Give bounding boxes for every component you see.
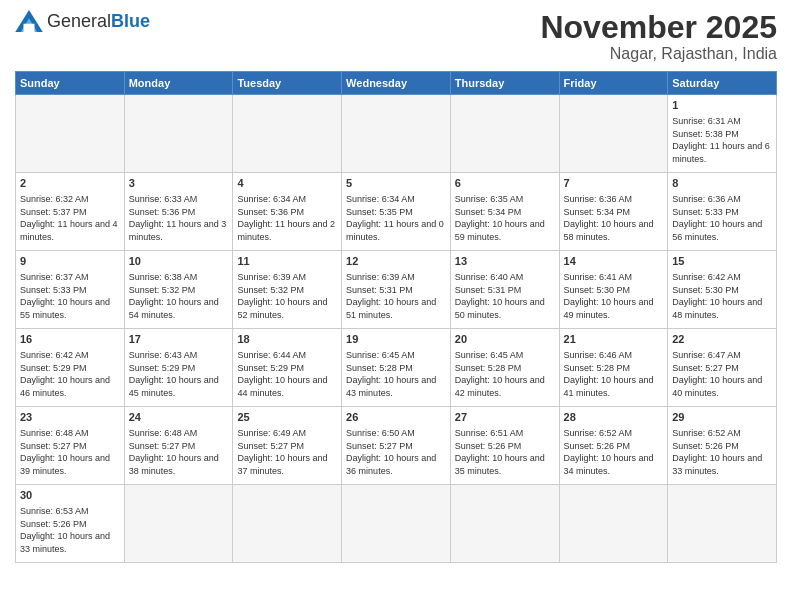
day-cell: 5Sunrise: 6:34 AM Sunset: 5:35 PM Daylig… (342, 173, 451, 251)
day-number: 24 (129, 410, 229, 425)
day-cell: 13Sunrise: 6:40 AM Sunset: 5:31 PM Dayli… (450, 251, 559, 329)
day-cell: 10Sunrise: 6:38 AM Sunset: 5:32 PM Dayli… (124, 251, 233, 329)
day-info: Sunrise: 6:34 AM Sunset: 5:35 PM Dayligh… (346, 193, 446, 243)
col-header-tuesday: Tuesday (233, 72, 342, 95)
day-number: 12 (346, 254, 446, 269)
day-cell: 3Sunrise: 6:33 AM Sunset: 5:36 PM Daylig… (124, 173, 233, 251)
col-header-friday: Friday (559, 72, 668, 95)
day-info: Sunrise: 6:34 AM Sunset: 5:36 PM Dayligh… (237, 193, 337, 243)
day-info: Sunrise: 6:45 AM Sunset: 5:28 PM Dayligh… (455, 349, 555, 399)
day-number: 23 (20, 410, 120, 425)
subtitle: Nagar, Rajasthan, India (540, 45, 777, 63)
day-cell (124, 95, 233, 173)
day-info: Sunrise: 6:42 AM Sunset: 5:30 PM Dayligh… (672, 271, 772, 321)
week-row-1: 2Sunrise: 6:32 AM Sunset: 5:37 PM Daylig… (16, 173, 777, 251)
logo-area: GeneralBlue (15, 10, 150, 32)
day-number: 28 (564, 410, 664, 425)
day-info: Sunrise: 6:39 AM Sunset: 5:31 PM Dayligh… (346, 271, 446, 321)
col-header-saturday: Saturday (668, 72, 777, 95)
day-info: Sunrise: 6:31 AM Sunset: 5:38 PM Dayligh… (672, 115, 772, 165)
day-cell: 11Sunrise: 6:39 AM Sunset: 5:32 PM Dayli… (233, 251, 342, 329)
day-cell: 6Sunrise: 6:35 AM Sunset: 5:34 PM Daylig… (450, 173, 559, 251)
logo-icon (15, 10, 43, 32)
day-info: Sunrise: 6:48 AM Sunset: 5:27 PM Dayligh… (20, 427, 120, 477)
day-cell (16, 95, 125, 173)
day-info: Sunrise: 6:41 AM Sunset: 5:30 PM Dayligh… (564, 271, 664, 321)
day-number: 10 (129, 254, 229, 269)
day-cell: 30Sunrise: 6:53 AM Sunset: 5:26 PM Dayli… (16, 485, 125, 563)
day-info: Sunrise: 6:47 AM Sunset: 5:27 PM Dayligh… (672, 349, 772, 399)
day-info: Sunrise: 6:35 AM Sunset: 5:34 PM Dayligh… (455, 193, 555, 243)
day-number: 5 (346, 176, 446, 191)
day-cell (450, 485, 559, 563)
day-cell: 18Sunrise: 6:44 AM Sunset: 5:29 PM Dayli… (233, 329, 342, 407)
day-cell (559, 485, 668, 563)
logo-text: GeneralBlue (47, 11, 150, 32)
day-cell: 14Sunrise: 6:41 AM Sunset: 5:30 PM Dayli… (559, 251, 668, 329)
day-info: Sunrise: 6:52 AM Sunset: 5:26 PM Dayligh… (672, 427, 772, 477)
day-number: 14 (564, 254, 664, 269)
day-cell: 29Sunrise: 6:52 AM Sunset: 5:26 PM Dayli… (668, 407, 777, 485)
svg-rect-2 (24, 24, 35, 32)
day-cell: 16Sunrise: 6:42 AM Sunset: 5:29 PM Dayli… (16, 329, 125, 407)
day-cell: 8Sunrise: 6:36 AM Sunset: 5:33 PM Daylig… (668, 173, 777, 251)
day-number: 22 (672, 332, 772, 347)
day-number: 17 (129, 332, 229, 347)
day-cell (233, 95, 342, 173)
day-number: 13 (455, 254, 555, 269)
day-cell: 27Sunrise: 6:51 AM Sunset: 5:26 PM Dayli… (450, 407, 559, 485)
day-info: Sunrise: 6:52 AM Sunset: 5:26 PM Dayligh… (564, 427, 664, 477)
col-header-monday: Monday (124, 72, 233, 95)
header: GeneralBlue November 2025 Nagar, Rajasth… (15, 10, 777, 63)
day-cell (124, 485, 233, 563)
col-header-thursday: Thursday (450, 72, 559, 95)
day-number: 29 (672, 410, 772, 425)
day-cell (450, 95, 559, 173)
day-cell: 20Sunrise: 6:45 AM Sunset: 5:28 PM Dayli… (450, 329, 559, 407)
day-cell: 26Sunrise: 6:50 AM Sunset: 5:27 PM Dayli… (342, 407, 451, 485)
main-title: November 2025 (540, 10, 777, 45)
logo: GeneralBlue (15, 10, 150, 32)
day-info: Sunrise: 6:42 AM Sunset: 5:29 PM Dayligh… (20, 349, 120, 399)
day-info: Sunrise: 6:48 AM Sunset: 5:27 PM Dayligh… (129, 427, 229, 477)
day-info: Sunrise: 6:33 AM Sunset: 5:36 PM Dayligh… (129, 193, 229, 243)
day-number: 3 (129, 176, 229, 191)
day-info: Sunrise: 6:40 AM Sunset: 5:31 PM Dayligh… (455, 271, 555, 321)
day-number: 30 (20, 488, 120, 503)
day-cell: 17Sunrise: 6:43 AM Sunset: 5:29 PM Dayli… (124, 329, 233, 407)
day-number: 8 (672, 176, 772, 191)
day-cell: 19Sunrise: 6:45 AM Sunset: 5:28 PM Dayli… (342, 329, 451, 407)
day-info: Sunrise: 6:53 AM Sunset: 5:26 PM Dayligh… (20, 505, 120, 555)
day-info: Sunrise: 6:38 AM Sunset: 5:32 PM Dayligh… (129, 271, 229, 321)
day-info: Sunrise: 6:39 AM Sunset: 5:32 PM Dayligh… (237, 271, 337, 321)
day-number: 4 (237, 176, 337, 191)
day-cell: 7Sunrise: 6:36 AM Sunset: 5:34 PM Daylig… (559, 173, 668, 251)
day-cell: 15Sunrise: 6:42 AM Sunset: 5:30 PM Dayli… (668, 251, 777, 329)
day-info: Sunrise: 6:51 AM Sunset: 5:26 PM Dayligh… (455, 427, 555, 477)
day-cell: 2Sunrise: 6:32 AM Sunset: 5:37 PM Daylig… (16, 173, 125, 251)
day-number: 16 (20, 332, 120, 347)
day-cell: 22Sunrise: 6:47 AM Sunset: 5:27 PM Dayli… (668, 329, 777, 407)
day-cell (342, 95, 451, 173)
day-number: 9 (20, 254, 120, 269)
week-row-3: 16Sunrise: 6:42 AM Sunset: 5:29 PM Dayli… (16, 329, 777, 407)
week-row-5: 30Sunrise: 6:53 AM Sunset: 5:26 PM Dayli… (16, 485, 777, 563)
calendar-table: SundayMondayTuesdayWednesdayThursdayFrid… (15, 71, 777, 563)
col-header-wednesday: Wednesday (342, 72, 451, 95)
day-number: 1 (672, 98, 772, 113)
day-cell: 28Sunrise: 6:52 AM Sunset: 5:26 PM Dayli… (559, 407, 668, 485)
day-info: Sunrise: 6:36 AM Sunset: 5:34 PM Dayligh… (564, 193, 664, 243)
title-area: November 2025 Nagar, Rajasthan, India (540, 10, 777, 63)
day-number: 11 (237, 254, 337, 269)
day-cell: 12Sunrise: 6:39 AM Sunset: 5:31 PM Dayli… (342, 251, 451, 329)
header-row: SundayMondayTuesdayWednesdayThursdayFrid… (16, 72, 777, 95)
week-row-2: 9Sunrise: 6:37 AM Sunset: 5:33 PM Daylig… (16, 251, 777, 329)
day-number: 15 (672, 254, 772, 269)
day-number: 6 (455, 176, 555, 191)
day-cell: 9Sunrise: 6:37 AM Sunset: 5:33 PM Daylig… (16, 251, 125, 329)
day-cell: 1Sunrise: 6:31 AM Sunset: 5:38 PM Daylig… (668, 95, 777, 173)
day-number: 18 (237, 332, 337, 347)
day-number: 26 (346, 410, 446, 425)
day-cell (668, 485, 777, 563)
day-number: 25 (237, 410, 337, 425)
